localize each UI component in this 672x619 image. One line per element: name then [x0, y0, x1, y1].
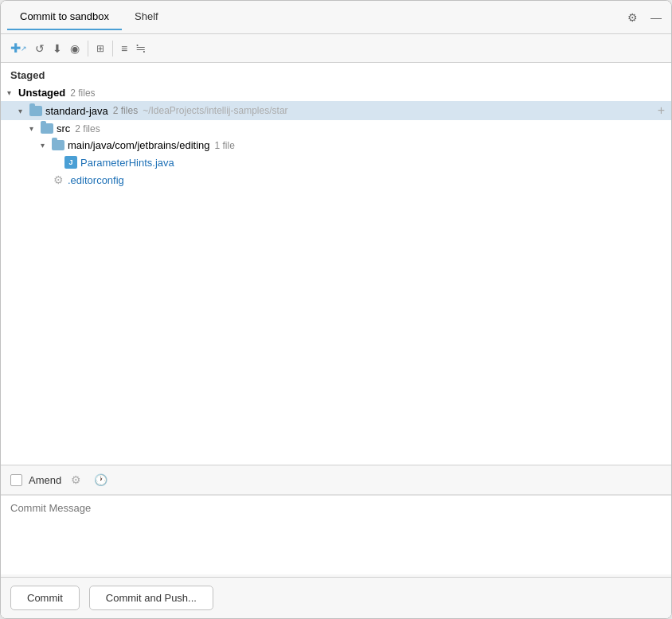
- unstaged-chevron: ▾: [7, 88, 18, 97]
- group-button[interactable]: ⊞: [93, 41, 107, 56]
- toolbar-separator-2: [112, 41, 113, 56]
- parameter-hints-row[interactable]: J ParameterHints.java: [1, 154, 671, 171]
- amend-history-button[interactable]: 🕐: [91, 472, 111, 488]
- title-bar: Commit to sandbox Shelf ⚙ —: [1, 1, 671, 34]
- main-java-folder-icon: [52, 140, 64, 150]
- editorconfig-row[interactable]: ⚙ .editorconfig: [1, 171, 671, 189]
- diff-button[interactable]: ◉: [67, 41, 83, 56]
- collapse-all-button[interactable]: ≒: [132, 39, 149, 57]
- minimize-button[interactable]: —: [647, 10, 665, 25]
- staged-header: Staged: [1, 66, 671, 84]
- amend-label: Amend: [29, 474, 61, 486]
- parameter-hints-label: ParameterHints.java: [80, 157, 174, 169]
- module-folder-icon: [29, 106, 42, 116]
- main-java-chevron: ▾: [41, 141, 52, 150]
- tab-commit-to-sandbox[interactable]: Commit to sandbox: [7, 4, 122, 30]
- title-bar-icons: ⚙ —: [624, 10, 665, 25]
- standard-java-label: standard-java: [45, 105, 108, 117]
- commit-button[interactable]: Commit: [10, 586, 80, 610]
- expand-all-button[interactable]: ≡: [118, 41, 131, 56]
- src-count: 2 files: [75, 123, 100, 134]
- java-file-icon: J: [64, 156, 77, 169]
- tab-shelf[interactable]: Shelf: [122, 4, 171, 30]
- main-java-row[interactable]: ▾ main/java/com/jetbrains/editing 1 file: [1, 137, 671, 154]
- amend-row: Amend ⚙ 🕐: [1, 465, 671, 495]
- add-file-button[interactable]: ✚↗: [7, 39, 30, 57]
- commit-and-push-button[interactable]: Commit and Push...: [89, 586, 213, 610]
- commit-message-input[interactable]: [1, 495, 671, 574]
- commit-buttons: Commit Commit and Push...: [1, 577, 671, 618]
- toolbar: ✚↗ ↺ ⬇ ◉ ⊞ ≡ ≒: [1, 34, 671, 63]
- src-folder-icon: [41, 123, 53, 134]
- main-java-label: main/java/com/jetbrains/editing: [68, 139, 209, 151]
- amend-settings-button[interactable]: ⚙: [68, 472, 84, 488]
- unstaged-count: 2 files: [70, 88, 95, 99]
- refresh-button[interactable]: ↺: [32, 41, 48, 56]
- amend-checkbox[interactable]: [10, 474, 22, 486]
- src-chevron: ▾: [29, 124, 41, 133]
- unstaged-label: Unstaged: [18, 87, 65, 99]
- unstaged-header-row[interactable]: ▾ Unstaged 2 files: [1, 84, 671, 101]
- file-tree: Staged ▾ Unstaged 2 files ▾ standard-jav…: [1, 63, 671, 465]
- standard-java-row[interactable]: ▾ standard-java 2 files ~/IdeaProjects/i…: [1, 101, 671, 120]
- standard-java-count: 2 files: [113, 105, 138, 116]
- config-file-icon: ⚙: [52, 173, 64, 186]
- settings-button[interactable]: ⚙: [624, 10, 641, 25]
- src-row[interactable]: ▾ src 2 files: [1, 120, 671, 137]
- main-window: Commit to sandbox Shelf ⚙ — ✚↗ ↺ ⬇ ◉ ⊞ ≡…: [0, 0, 672, 619]
- update-button[interactable]: ⬇: [49, 41, 65, 56]
- main-java-count: 1 file: [214, 140, 234, 151]
- toolbar-separator-1: [88, 41, 88, 56]
- editorconfig-label: .editorconfig: [68, 174, 124, 186]
- add-module-button[interactable]: +: [658, 103, 665, 118]
- bottom-area: Amend ⚙ 🕐 Commit Commit and Push...: [1, 465, 671, 618]
- standard-java-path: ~/IdeaProjects/intellij-samples/star: [143, 105, 287, 116]
- src-label: src: [57, 123, 70, 134]
- standard-java-chevron: ▾: [18, 107, 29, 115]
